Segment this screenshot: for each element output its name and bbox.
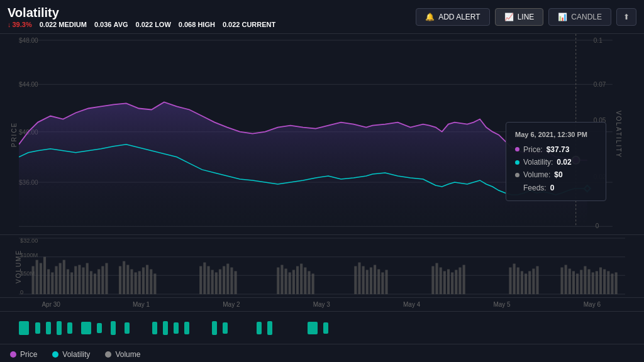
spark-block[interactable] <box>163 321 168 335</box>
legend-volume-label: Volume <box>115 350 140 359</box>
svg-rect-109 <box>588 269 591 294</box>
svg-rect-98 <box>525 273 527 294</box>
chart-tooltip: May 6, 2021, 12:30 PM Price: $37.73 Vola… <box>506 122 606 201</box>
share-button[interactable]: ⬆ <box>616 8 636 26</box>
sparkline-row[interactable] <box>0 312 644 344</box>
spark-block[interactable] <box>152 322 157 334</box>
svg-rect-63 <box>226 264 229 295</box>
spark-block[interactable] <box>97 323 102 333</box>
svg-text:0.1: 0.1 <box>594 37 602 44</box>
spark-block[interactable] <box>125 322 130 334</box>
spark-block[interactable] <box>257 322 262 334</box>
svg-rect-27 <box>36 260 38 294</box>
svg-rect-55 <box>153 273 156 294</box>
candle-button[interactable]: 📊 CANDLE <box>548 8 611 26</box>
svg-rect-108 <box>584 266 586 295</box>
svg-rect-45 <box>105 263 108 295</box>
tooltip-price-row: Price: $37.73 <box>515 143 597 156</box>
spark-block[interactable] <box>184 322 189 334</box>
candle-chart-icon: 📊 <box>558 13 567 21</box>
svg-rect-86 <box>435 263 438 295</box>
svg-rect-36 <box>70 272 73 294</box>
time-label-may5: May 5 <box>493 301 510 308</box>
svg-rect-58 <box>207 266 209 295</box>
svg-rect-56 <box>199 266 202 295</box>
svg-rect-42 <box>94 273 96 294</box>
svg-rect-39 <box>82 267 85 294</box>
spark-block[interactable] <box>111 321 116 335</box>
price-axis-label: PRICE <box>11 121 18 147</box>
spark-block[interactable] <box>57 321 62 335</box>
spark-block[interactable] <box>223 322 228 334</box>
time-label-may3: May 3 <box>313 301 330 308</box>
spark-block[interactable] <box>174 322 179 334</box>
svg-rect-65 <box>235 271 237 294</box>
spark-block[interactable] <box>46 322 51 334</box>
svg-rect-99 <box>528 271 531 294</box>
svg-rect-106 <box>576 273 579 294</box>
svg-rect-80 <box>370 267 372 294</box>
svg-rect-77 <box>358 263 360 294</box>
tooltip-feeds-row: Feeds: 0 <box>515 182 597 194</box>
low-stat: 0.022 LOW <box>136 21 171 28</box>
svg-rect-26 <box>32 266 35 295</box>
legend: Price Volatility Volume <box>0 344 644 362</box>
legend-vol-dot <box>52 351 58 358</box>
medium-stat: 0.022 MEDIUM <box>40 21 87 28</box>
svg-rect-91 <box>455 270 457 294</box>
svg-rect-100 <box>532 268 535 294</box>
svg-rect-60 <box>215 272 218 294</box>
share-icon: ⬆ <box>623 13 630 21</box>
time-axis: Apr 30 May 1 May 2 May 3 May 4 May 5 May… <box>0 298 644 312</box>
svg-rect-112 <box>599 267 602 294</box>
line-button[interactable]: 📈 LINE <box>495 8 544 26</box>
svg-text:$48.00: $48.00 <box>19 37 38 44</box>
svg-rect-101 <box>536 266 538 295</box>
add-alert-button[interactable]: 🔔 ADD ALERT <box>416 8 489 26</box>
header-right: 🔔 ADD ALERT 📈 LINE 📊 CANDLE ⬆ <box>416 8 636 26</box>
svg-rect-31 <box>51 272 53 294</box>
svg-rect-47 <box>123 261 125 294</box>
svg-text:$44.00: $44.00 <box>19 81 38 88</box>
svg-rect-111 <box>596 271 598 294</box>
svg-rect-62 <box>223 266 225 295</box>
legend-vol-label: Volatility <box>62 350 90 359</box>
svg-rect-61 <box>219 269 221 294</box>
svg-rect-44 <box>101 266 104 295</box>
svg-rect-48 <box>126 265 129 295</box>
spark-block[interactable] <box>212 321 217 335</box>
svg-rect-35 <box>67 269 69 294</box>
bell-icon: 🔔 <box>425 13 435 21</box>
svg-rect-54 <box>150 269 152 294</box>
svg-rect-95 <box>513 264 516 295</box>
tooltip-feeds-dot <box>515 186 519 190</box>
svg-rect-71 <box>296 266 299 295</box>
svg-rect-103 <box>565 265 567 295</box>
svg-text:0: 0 <box>596 222 599 229</box>
spark-block[interactable] <box>35 322 40 334</box>
svg-rect-110 <box>592 272 594 294</box>
time-label-apr30: Apr 30 <box>42 301 60 308</box>
svg-rect-34 <box>63 260 65 294</box>
svg-rect-46 <box>119 266 121 295</box>
svg-rect-37 <box>74 266 77 295</box>
spark-block[interactable] <box>323 322 328 334</box>
tooltip-vol-dot <box>515 160 519 165</box>
spark-block[interactable] <box>67 322 72 334</box>
svg-rect-29 <box>43 257 46 294</box>
svg-text:$32.00: $32.00 <box>20 238 38 244</box>
spark-block[interactable] <box>308 322 318 334</box>
svg-rect-73 <box>304 267 306 294</box>
spark-block[interactable] <box>81 322 91 334</box>
svg-rect-32 <box>55 266 57 295</box>
svg-rect-78 <box>362 266 365 295</box>
svg-rect-68 <box>285 268 287 294</box>
svg-rect-102 <box>560 267 563 294</box>
tooltip-vol-row: Volatility: 0.02 <box>515 156 597 168</box>
spark-block[interactable] <box>267 321 272 335</box>
tooltip-volume-dot <box>515 173 519 177</box>
tooltip-date: May 6, 2021, 12:30 PM <box>515 129 597 141</box>
spark-block[interactable] <box>19 321 29 335</box>
svg-rect-51 <box>138 271 141 294</box>
svg-rect-64 <box>230 267 233 294</box>
